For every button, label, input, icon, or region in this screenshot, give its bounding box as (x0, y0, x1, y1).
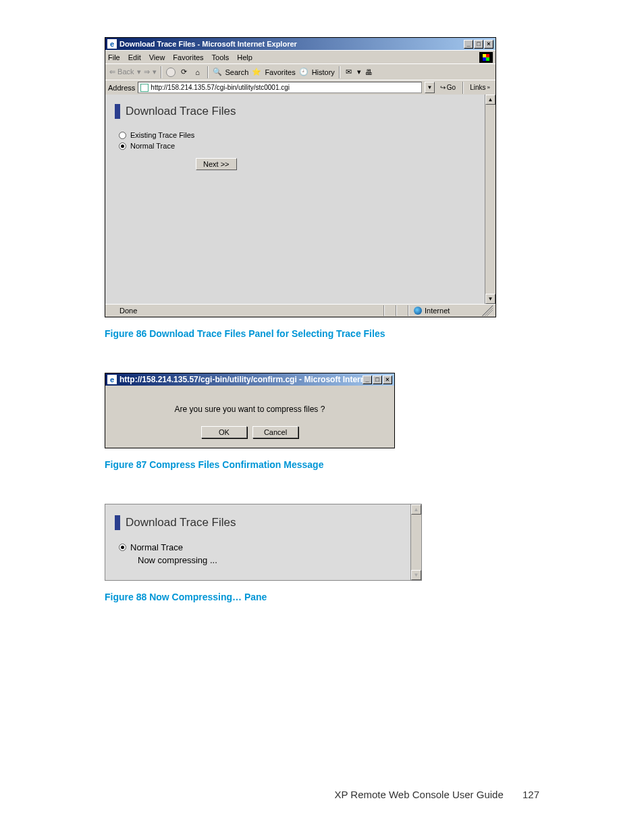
scroll-down-icon[interactable]: ▼ (485, 294, 495, 304)
forward-button[interactable]: ⇒ (144, 68, 150, 76)
statusbar: Done Internet (105, 304, 495, 317)
compressing-panel: Download Trace Files Normal Trace Now co… (105, 504, 422, 581)
minimize-button[interactable]: _ (363, 375, 372, 384)
radio-normal[interactable]: Normal Trace (119, 542, 401, 552)
refresh-icon[interactable]: ⟳ (179, 67, 190, 78)
maximize-button[interactable]: □ (373, 375, 382, 384)
ie-logo-icon: e (107, 375, 117, 384)
confirm-dialog: e http://158.214.135.57/cgi-bin/utility/… (105, 373, 395, 448)
history-icon[interactable]: 🕘 (298, 67, 309, 78)
toolbar: ⇐ Back ▾ ⇒ ▾ ⟳ ⌂ 🔍 Search ⭐ Favorites 🕘 … (105, 63, 495, 80)
favorites-icon[interactable]: ⭐ (251, 67, 262, 78)
cancel-button[interactable]: Cancel (252, 426, 298, 438)
links-button[interactable]: Links » (467, 84, 493, 91)
menu-file[interactable]: File (108, 53, 120, 61)
scroll-up-icon[interactable]: ▲ (411, 504, 421, 515)
history-button[interactable]: History (312, 68, 335, 76)
page-number: 127 (522, 789, 539, 800)
menu-view[interactable]: View (149, 53, 165, 61)
address-bar: Address http://158.214.135.57/cgi-bin/ut… (105, 80, 495, 95)
book-title: XP Remote Web Console User Guide (334, 789, 503, 800)
favorites-button[interactable]: Favorites (265, 68, 295, 76)
resize-grip-icon[interactable] (482, 305, 493, 316)
menu-help[interactable]: Help (237, 53, 252, 61)
menu-tools[interactable]: Tools (212, 53, 230, 61)
titlebar[interactable]: e http://158.214.135.57/cgi-bin/utility/… (105, 373, 394, 386)
scroll-down-icon[interactable]: ▼ (411, 570, 421, 580)
ie-logo-icon: e (107, 39, 117, 49)
scrollbar[interactable]: ▲ ▼ (410, 504, 421, 580)
next-button[interactable]: Next >> (196, 158, 237, 170)
address-url: http://158.214.135.57/cgi-bin/utility/st… (151, 84, 290, 91)
windows-logo-icon (479, 52, 493, 63)
address-dropdown[interactable]: ▼ (425, 82, 435, 93)
page-content: Download Trace Files Existing Trace File… (105, 95, 495, 304)
minimize-button[interactable]: _ (464, 40, 473, 49)
status-text: Now compressing ... (138, 555, 401, 565)
menu-edit[interactable]: Edit (128, 53, 141, 61)
heading-bar-icon (115, 515, 120, 530)
titlebar[interactable]: e Download Trace Files - Microsoft Inter… (105, 38, 495, 50)
scroll-up-icon[interactable]: ▲ (485, 95, 495, 105)
ok-button[interactable]: OK (201, 426, 247, 438)
page-footer: XP Remote Web Console User Guide 127 (0, 789, 644, 800)
print-icon[interactable]: 🖶 (364, 67, 375, 78)
go-icon: ↪ (440, 84, 446, 91)
heading-bar-icon (115, 104, 120, 119)
search-icon[interactable]: 🔍 (212, 67, 223, 78)
close-button[interactable]: × (484, 40, 493, 49)
home-icon[interactable]: ⌂ (192, 67, 203, 78)
mail-icon[interactable]: ✉ (344, 67, 354, 78)
radio-normal[interactable]: Normal Trace (119, 142, 475, 150)
radio-icon (119, 544, 126, 551)
go-button[interactable]: ↪ Go (437, 84, 458, 91)
ie-window: e Download Trace Files - Microsoft Inter… (105, 37, 496, 317)
panel-heading: Download Trace Files (115, 515, 401, 530)
search-button[interactable]: Search (225, 68, 249, 76)
window-title: Download Trace Files - Microsoft Interne… (119, 40, 464, 48)
radio-existing[interactable]: Existing Trace Files (119, 131, 475, 139)
stop-icon[interactable] (165, 67, 176, 78)
menubar: File Edit View Favorites Tools Help (105, 50, 495, 63)
page-icon (140, 84, 149, 92)
radio-icon (119, 132, 126, 139)
status-text: Done (119, 307, 137, 315)
status-cell (396, 305, 408, 316)
figure-caption-87: Figure 87 Compress Files Confirmation Me… (105, 459, 537, 470)
status-zone: Internet (408, 305, 482, 316)
back-button[interactable]: ⇐ Back (109, 68, 134, 76)
window-title: http://158.214.135.57/cgi-bin/utility/co… (119, 375, 363, 384)
address-label: Address (108, 84, 135, 92)
dialog-message: Are you sure you want to compress files … (112, 405, 387, 414)
maximize-button[interactable]: □ (474, 40, 483, 49)
scrollbar[interactable]: ▲ ▼ (485, 95, 495, 304)
panel-heading: Download Trace Files (115, 104, 475, 119)
menu-favorites[interactable]: Favorites (173, 53, 203, 61)
status-cell (383, 305, 396, 316)
radio-icon (119, 142, 126, 150)
page-icon (108, 307, 117, 315)
globe-icon (414, 307, 422, 315)
figure-caption-88: Figure 88 Now Compressing… Pane (105, 592, 537, 602)
close-button[interactable]: × (383, 375, 392, 384)
figure-caption-86: Figure 86 Download Trace Files Panel for… (105, 328, 537, 339)
address-input[interactable]: http://158.214.135.57/cgi-bin/utility/st… (138, 82, 421, 93)
